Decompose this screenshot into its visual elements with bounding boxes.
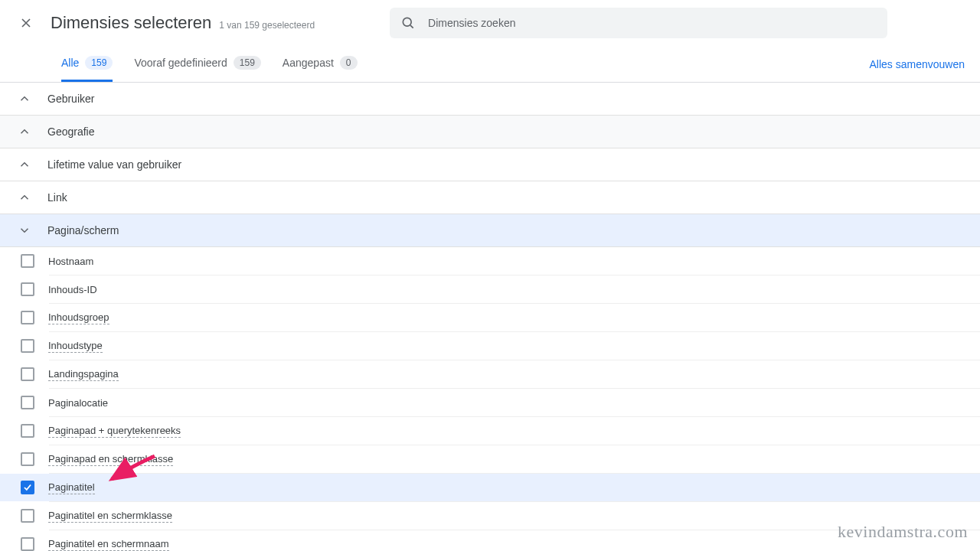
selection-count: 1 van 159 geselecteerd: [219, 20, 315, 31]
dimension-item-label: Paginapad en schermklasse: [48, 453, 173, 466]
chevron-up-icon: [15, 158, 34, 171]
tab-count-badge: 0: [340, 56, 358, 70]
tab-count-badge: 159: [234, 56, 261, 70]
tab-label: Aangepast: [283, 57, 334, 69]
checkbox[interactable]: [21, 481, 34, 494]
dimension-item-label: Paginalocatie: [48, 397, 108, 409]
dimension-item[interactable]: Paginapad en schermklasse: [0, 445, 980, 473]
tab-label: Alle: [61, 57, 79, 69]
checkbox[interactable]: [21, 282, 34, 296]
search-input[interactable]: [428, 17, 877, 29]
checkbox[interactable]: [21, 509, 34, 523]
checkbox[interactable]: [21, 452, 34, 466]
dimension-item[interactable]: Hostnaam: [0, 247, 980, 275]
group-ltv[interactable]: Lifetime value van gebruiker: [0, 148, 980, 181]
dimension-item[interactable]: Inhouds-ID: [0, 276, 980, 303]
page-title: Dimensies selecteren: [51, 13, 211, 33]
dimension-item[interactable]: Paginatitel en schermklasse: [0, 502, 980, 530]
checkbox[interactable]: [21, 396, 34, 409]
group-page-screen[interactable]: Pagina/scherm: [0, 214, 980, 247]
checkbox[interactable]: [21, 254, 34, 268]
dimension-item[interactable]: Inhoudsgroep: [0, 304, 980, 331]
dimension-item[interactable]: Inhoudstype: [0, 332, 980, 360]
dimension-item-label: Inhoudsgroep: [48, 311, 109, 324]
group-label: Lifetime value van gebruiker: [47, 158, 181, 171]
dimension-item[interactable]: Landingspagina: [0, 360, 980, 388]
chevron-up-icon: [15, 92, 34, 106]
group-geography[interactable]: Geografie: [0, 116, 980, 148]
tab-count-badge: 159: [85, 56, 113, 70]
checkbox[interactable]: [21, 311, 34, 324]
dimension-item[interactable]: Paginatitel: [0, 474, 980, 501]
group-user[interactable]: Gebruiker: [0, 83, 980, 116]
checkbox[interactable]: [21, 537, 34, 551]
close-button[interactable]: [15, 12, 37, 34]
dimension-group-list: Gebruiker Geografie Lifetime value van g…: [0, 83, 980, 551]
dimension-item[interactable]: Paginatitel en schermnaam: [0, 530, 980, 551]
dimension-item-label: Paginapad + querytekenreeks: [48, 425, 181, 438]
watermark: kevindamstra.com: [838, 522, 968, 542]
tab-custom[interactable]: Aangepast 0: [283, 46, 358, 82]
dimension-item-label: Inhoudstype: [48, 340, 103, 353]
group-label: Gebruiker: [47, 93, 94, 105]
chevron-down-icon: [15, 223, 34, 237]
dimension-item[interactable]: Paginapad + querytekenreeks: [0, 417, 980, 445]
collapse-all-button[interactable]: Alles samenvouwen: [869, 58, 965, 70]
search-container[interactable]: [390, 8, 887, 38]
dimension-item-label: Paginatitel en schermnaam: [48, 538, 169, 551]
tab-all[interactable]: Alle 159: [61, 46, 113, 82]
chevron-up-icon: [15, 125, 34, 139]
tab-label: Vooraf gedefinieerd: [134, 57, 227, 69]
dimension-item-label: Hostnaam: [48, 256, 93, 267]
group-label: Geografie: [47, 126, 94, 138]
dimension-item-label: Landingspagina: [48, 368, 119, 381]
dimension-item[interactable]: Paginalocatie: [0, 389, 980, 416]
dimension-item-label: Paginatitel en schermklasse: [48, 510, 172, 523]
tab-predefined[interactable]: Vooraf gedefinieerd 159: [134, 46, 260, 82]
dimension-item-label: Paginatitel: [48, 481, 95, 494]
group-link[interactable]: Link: [0, 181, 980, 214]
search-icon: [400, 15, 416, 31]
group-label: Pagina/scherm: [47, 224, 119, 236]
checkbox[interactable]: [21, 367, 34, 381]
checkbox[interactable]: [21, 339, 34, 353]
group-label: Link: [47, 191, 67, 204]
page-screen-items: HostnaamInhouds-IDInhoudsgroepInhoudstyp…: [0, 247, 980, 551]
svg-point-0: [403, 18, 411, 26]
close-icon: [18, 15, 34, 31]
checkbox[interactable]: [21, 424, 34, 438]
dimension-item-label: Inhouds-ID: [48, 284, 97, 295]
chevron-up-icon: [15, 191, 34, 204]
